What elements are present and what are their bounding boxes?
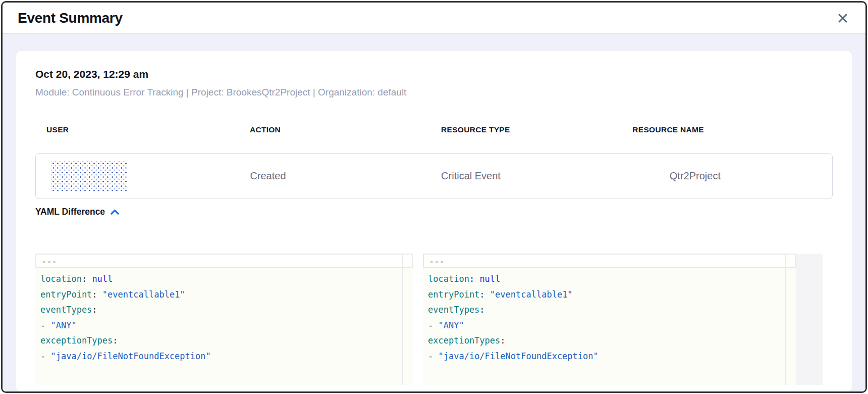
yaml-difference-header: YAML Difference — [35, 207, 833, 217]
screenshot-canvas: Event Summary Oct 20, 2023, 12:29 am Mod… — [0, 0, 868, 394]
column-header-user: USER — [35, 125, 239, 134]
yaml-difference-label: YAML Difference — [35, 207, 105, 217]
event-summary-modal: Event Summary Oct 20, 2023, 12:29 am Mod… — [1, 1, 867, 393]
cell-action: Created — [239, 170, 430, 182]
event-meta: Module: Continuous Error Tracking | Proj… — [35, 87, 833, 98]
yaml-panel-right: --- location: nullentryPoint: "eventcall… — [423, 254, 796, 385]
redacted-user-pattern — [51, 161, 127, 191]
diff-scroll-track — [796, 254, 823, 385]
modal-header: Event Summary — [3, 3, 865, 34]
yaml-code-line: eventTypes: — [40, 302, 413, 318]
yaml-code-right: location: nullentryPoint: "eventcallable… — [423, 268, 796, 364]
table-row: Created Critical Event Qtr2Project — [35, 153, 833, 199]
yaml-code-line: - "java/io/FileNotFoundException" — [40, 349, 413, 364]
event-card: Oct 20, 2023, 12:29 am Module: Continuou… — [16, 51, 852, 391]
yaml-code-line: entryPoint: "eventcallable1" — [40, 287, 413, 303]
audit-table-header: USER ACTION RESOURCE TYPE RESOURCE NAME — [35, 125, 833, 134]
panel-gutter-divider — [785, 254, 786, 385]
yaml-code-line: location: null — [428, 271, 796, 287]
yaml-code-line: location: null — [40, 271, 413, 287]
yaml-code-line: - "ANY" — [40, 318, 413, 333]
yaml-document-start-right: --- — [423, 254, 796, 268]
yaml-document-start-left: --- — [35, 254, 413, 268]
yaml-difference-toggle[interactable] — [110, 208, 120, 216]
panel-gutter-divider — [402, 254, 403, 385]
close-button[interactable] — [835, 11, 850, 26]
close-icon — [837, 13, 848, 24]
yaml-code-line: exceptionTypes: — [428, 333, 796, 349]
column-header-resource-type: RESOURCE TYPE — [430, 125, 621, 134]
yaml-code-line: - "ANY" — [428, 318, 796, 333]
cell-resource-name: Qtr2Project — [621, 170, 832, 182]
yaml-panel-left: --- location: nullentryPoint: "eventcall… — [35, 254, 413, 385]
modal-body: Oct 20, 2023, 12:29 am Module: Continuou… — [3, 34, 865, 391]
chevron-up-icon — [111, 209, 119, 215]
cell-user — [36, 161, 239, 191]
yaml-code-line: eventTypes: — [428, 302, 796, 318]
yaml-code-line: - "java/io/FileNotFoundException" — [428, 349, 796, 364]
page-title: Event Summary — [18, 10, 123, 26]
yaml-code-line: exceptionTypes: — [40, 333, 413, 349]
column-header-resource-name: RESOURCE NAME — [621, 125, 833, 134]
event-timestamp: Oct 20, 2023, 12:29 am — [35, 68, 833, 80]
yaml-code-left: location: nullentryPoint: "eventcallable… — [35, 268, 413, 364]
column-header-action: ACTION — [239, 125, 430, 134]
yaml-code-line: entryPoint: "eventcallable1" — [428, 287, 796, 303]
yaml-diff-view: --- location: nullentryPoint: "eventcall… — [35, 254, 833, 385]
cell-resource-type: Critical Event — [430, 170, 621, 182]
